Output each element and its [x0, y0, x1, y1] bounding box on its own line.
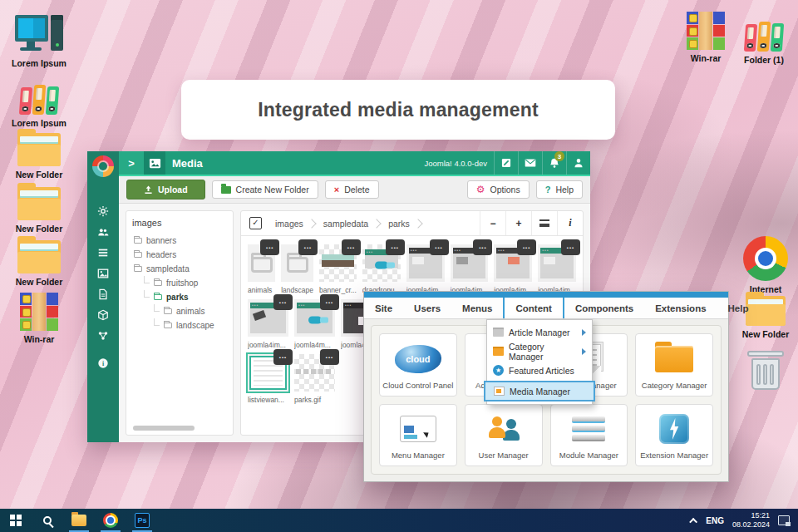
item-menu-icon[interactable]: ••• [430, 239, 449, 255]
file-icon[interactable] [87, 283, 119, 304]
upload-button[interactable]: Upload [126, 180, 205, 200]
desktop-icon-new-folder-1[interactable]: New Folder [8, 133, 70, 180]
dropdown-article-manager[interactable]: Article Manager [487, 323, 592, 342]
taskbar-file-explorer[interactable] [63, 509, 95, 532]
media-item-gif[interactable]: •••parks.gif [294, 354, 335, 404]
horizontal-scrollbar[interactable] [133, 426, 195, 431]
dropdown-category-manager[interactable]: Category Manager [487, 342, 592, 361]
card-extension-manager[interactable]: Extension Manager [635, 404, 713, 467]
menu-help[interactable]: Help [717, 298, 760, 318]
media-item-image[interactable]: •••joomla4im... [406, 244, 445, 294]
media-item-folder[interactable]: •••animals [248, 244, 275, 294]
taskbar-photoshop[interactable]: Ps [126, 509, 158, 532]
menu-content[interactable]: Content [503, 298, 564, 318]
users-icon[interactable] [87, 221, 119, 242]
info-panel-button[interactable]: i [557, 211, 583, 235]
taskbar-chrome[interactable] [95, 509, 126, 532]
select-all-checkbox[interactable]: ✓ [249, 217, 262, 229]
item-menu-icon[interactable]: ••• [298, 239, 318, 255]
desktop-icon-binders[interactable]: Lorem Ipsum [8, 81, 70, 129]
desktop-icon-winrar-left[interactable]: Win-rar [8, 293, 70, 345]
media-item-selected[interactable]: •••listviewan... [248, 354, 288, 404]
item-menu-icon[interactable]: ••• [386, 239, 405, 255]
zoom-out-button[interactable]: − [480, 211, 505, 235]
desktop-icon-internet[interactable]: Internet [735, 236, 796, 295]
tree-item-sampledata[interactable]: sampledata [132, 262, 227, 276]
desktop-icon-new-folder-3[interactable]: New Folder [8, 240, 70, 288]
zoom-in-button[interactable]: + [505, 211, 531, 235]
item-menu-icon[interactable]: ••• [260, 239, 279, 255]
tree-item-parks[interactable]: parks [132, 290, 227, 304]
clock[interactable]: 15:21 08.02.2024 [732, 511, 770, 530]
tree-item-animals[interactable]: animals [132, 304, 227, 318]
search-button[interactable] [32, 509, 63, 532]
breadcrumb-parks[interactable]: parks [385, 219, 413, 229]
card-cloud-control-panel[interactable]: cloud Cloud Control Panel [379, 333, 457, 397]
tree-root-images[interactable]: images [132, 218, 227, 228]
options-button[interactable]: ⚙ Options [467, 180, 530, 199]
card-module-manager[interactable]: Module Manager [550, 404, 628, 467]
menu-list-icon[interactable] [87, 242, 119, 263]
cube-icon[interactable] [87, 304, 119, 325]
user-profile-icon[interactable] [566, 151, 590, 175]
media-item-image[interactable]: •••joomla4im... [248, 299, 288, 349]
item-menu-icon[interactable]: ••• [561, 239, 580, 255]
help-button[interactable]: ? Help [536, 180, 583, 199]
item-menu-icon[interactable]: ••• [517, 239, 536, 255]
media-item-image[interactable]: •••dragdropu... [362, 244, 401, 294]
item-menu-icon[interactable]: ••• [320, 294, 339, 310]
media-item-image[interactable]: •••joomla4im... [451, 244, 489, 294]
media-item-image[interactable]: •••banner_cr... [319, 244, 357, 294]
media-item-image[interactable]: •••joomla4im... [538, 244, 576, 294]
item-menu-icon[interactable]: ••• [273, 294, 293, 310]
binders-icon [743, 18, 785, 52]
breadcrumb-sampledata[interactable]: sampledata [320, 219, 372, 229]
item-menu-icon[interactable]: ••• [273, 349, 293, 365]
menu-components[interactable]: Components [564, 298, 644, 318]
language-indicator[interactable]: ENG [706, 516, 724, 525]
media-item-folder[interactable]: •••landscape [281, 244, 313, 294]
item-menu-icon[interactable]: ••• [320, 349, 339, 365]
gear-icon[interactable] [87, 200, 119, 221]
desktop-icon-new-folder-2[interactable]: New Folder [8, 187, 70, 234]
menu-users[interactable]: Users [403, 298, 451, 318]
desktop-icon-folder-1[interactable]: Folder (1) [733, 18, 795, 66]
tray-expand-icon[interactable] [689, 517, 697, 525]
desktop-icon-computer[interactable]: Lorem Ipsum [8, 15, 70, 69]
item-menu-icon[interactable]: ••• [473, 239, 492, 255]
desktop-icon-recycle-bin[interactable] [735, 346, 796, 395]
dropdown-media-manager[interactable]: Media Manager [484, 381, 595, 401]
delete-button[interactable]: × Delete [325, 180, 379, 199]
start-button[interactable] [0, 509, 32, 532]
notifications-bell-icon[interactable]: 3 [542, 151, 566, 175]
tree-item-banners[interactable]: banners [132, 234, 227, 248]
media-item-image[interactable]: •••joomla4m... [294, 299, 335, 349]
share-nodes-icon[interactable] [87, 325, 119, 346]
menu-menus[interactable]: Menus [451, 298, 503, 318]
joomla-logo-icon[interactable] [92, 155, 114, 177]
breadcrumb-images[interactable]: images [272, 219, 307, 229]
create-new-folder-button[interactable]: Create New Folder [212, 180, 318, 199]
preview-pencil-icon[interactable] [494, 151, 518, 175]
desktop-icon-winrar-right[interactable]: Win-rar [675, 12, 736, 64]
card-menu-manager[interactable]: Menu Manager [379, 404, 457, 467]
card-user-manager[interactable]: User Manager [465, 404, 543, 467]
card-category-manager[interactable]: Category Manager [635, 333, 713, 397]
tree-item-headers[interactable]: headers [132, 248, 227, 262]
menu-site[interactable]: Site [364, 298, 403, 318]
media-item-image[interactable]: •••joomla4im... [494, 244, 532, 294]
tree-item-fruitshop[interactable]: fruitshop [132, 276, 227, 290]
notification-badge: 3 [554, 151, 564, 161]
tree-item-landscape[interactable]: landscape [132, 318, 227, 332]
item-menu-icon[interactable]: ••• [342, 239, 361, 255]
list-view-button[interactable] [531, 211, 557, 235]
page-title: Media [172, 157, 203, 170]
menu-extensions[interactable]: Extensions [644, 298, 717, 318]
media-header-bar: > Media Joomla! 4.0.0-dev 3 [119, 151, 590, 175]
dropdown-featured-articles[interactable]: ★ Featured Articles [487, 361, 592, 380]
info-icon[interactable]: i [87, 352, 119, 373]
notification-center-icon[interactable] [778, 515, 790, 525]
media-image-icon[interactable] [87, 263, 119, 283]
messages-envelope-icon[interactable] [518, 151, 542, 175]
sidebar-expand-button[interactable]: > [119, 151, 144, 175]
